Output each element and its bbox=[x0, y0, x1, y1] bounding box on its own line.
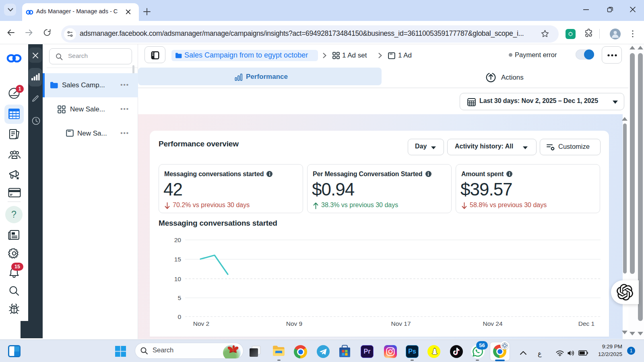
svg-text:Dec 1: Dec 1 bbox=[578, 320, 595, 327]
svg-text:Nov 24: Nov 24 bbox=[483, 320, 502, 327]
svg-text:5: 5 bbox=[178, 294, 181, 301]
svg-text:10: 10 bbox=[174, 276, 182, 282]
svg-text:15: 15 bbox=[174, 256, 181, 263]
svg-text:Nov 2: Nov 2 bbox=[193, 320, 210, 327]
svg-text:Nov 17: Nov 17 bbox=[391, 320, 411, 327]
svg-text:Nov 9: Nov 9 bbox=[286, 320, 303, 327]
svg-text:0: 0 bbox=[178, 313, 181, 320]
svg-text:20: 20 bbox=[174, 237, 182, 243]
